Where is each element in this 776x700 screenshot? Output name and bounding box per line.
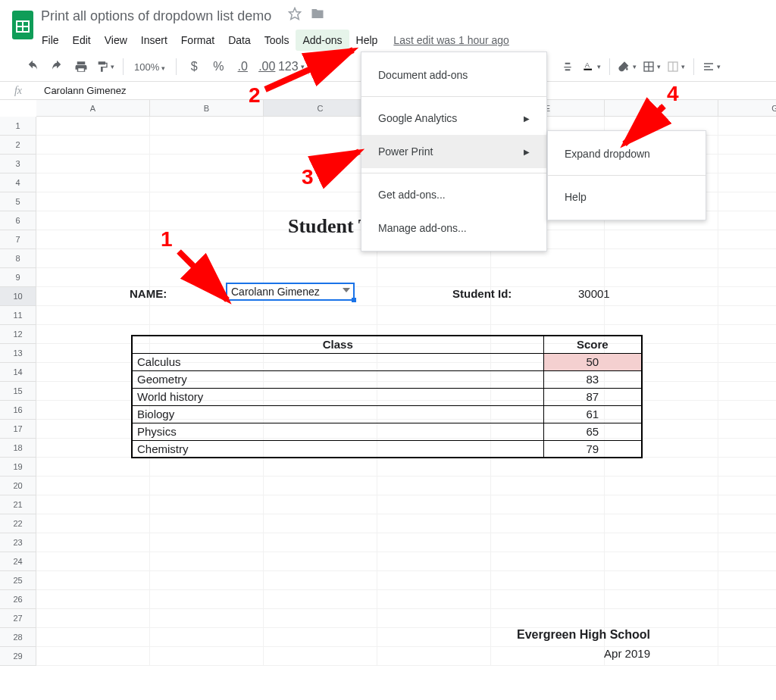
- menu-help[interactable]: Help: [349, 30, 385, 51]
- strikethrough-button[interactable]: [558, 57, 577, 77]
- redo-button[interactable]: [47, 57, 67, 77]
- addons-item-get-addons[interactable]: Get add-ons...: [361, 178, 546, 211]
- label: Manage add-ons...: [378, 222, 467, 234]
- undo-button[interactable]: [23, 57, 42, 77]
- addons-item-manage-addons[interactable]: Manage add-ons...: [361, 211, 546, 245]
- percent-format-button[interactable]: %: [208, 57, 228, 77]
- submenu-item-help[interactable]: Help: [548, 180, 706, 214]
- row-header[interactable]: 1: [0, 117, 36, 136]
- menu-format[interactable]: Format: [174, 30, 221, 51]
- column-header[interactable]: B: [150, 100, 264, 116]
- row-header[interactable]: 6: [0, 211, 36, 230]
- row-headers[interactable]: 1234567891011121314151617181920212223242…: [0, 117, 36, 666]
- column-header[interactable]: G: [718, 100, 776, 116]
- row-header[interactable]: 16: [0, 401, 36, 420]
- row-header[interactable]: 17: [0, 420, 36, 439]
- table-row: Chemistry79: [132, 440, 642, 458]
- row-header[interactable]: 7: [0, 230, 36, 249]
- increase-decimal-button[interactable]: .00: [257, 57, 277, 77]
- currency-format-button[interactable]: $: [184, 57, 204, 77]
- row-header[interactable]: 21: [0, 495, 36, 514]
- addons-item-power-print[interactable]: Power Print▶: [361, 135, 546, 168]
- table-cell-score: 79: [543, 440, 642, 458]
- last-edit-link[interactable]: Last edit was 1 hour ago: [393, 34, 509, 46]
- decrease-decimal-button[interactable]: .0: [233, 57, 252, 77]
- row-header[interactable]: 22: [0, 514, 36, 533]
- label: Get add-ons...: [378, 189, 446, 201]
- row-header[interactable]: 24: [0, 552, 36, 571]
- text-color-button[interactable]: A: [582, 57, 602, 77]
- row-header[interactable]: 10: [0, 287, 36, 306]
- table-cell-score: 50: [543, 353, 642, 370]
- row-header[interactable]: 11: [0, 306, 36, 325]
- fx-icon[interactable]: fx: [0, 85, 36, 97]
- paint-format-button[interactable]: [95, 57, 115, 77]
- annotation-number-3: 3: [302, 165, 314, 189]
- caret-right-icon: ▶: [524, 148, 530, 156]
- row-header[interactable]: 2: [0, 136, 36, 155]
- column-header[interactable]: A: [36, 100, 150, 116]
- row-header[interactable]: 26: [0, 590, 36, 609]
- addons-item-google-analytics[interactable]: Google Analytics▶: [361, 102, 546, 135]
- more-formats-button[interactable]: 123: [281, 57, 301, 77]
- table-row: Calculus50: [132, 353, 642, 370]
- row-header[interactable]: 5: [0, 192, 36, 211]
- student-id-value: 30001: [578, 287, 610, 300]
- table-cell-class: Calculus: [132, 353, 543, 370]
- menu-tools[interactable]: Tools: [258, 30, 296, 51]
- fill-color-button[interactable]: [618, 57, 637, 77]
- menu-edit[interactable]: Edit: [66, 30, 98, 51]
- horizontal-align-button[interactable]: [702, 57, 721, 77]
- column-header[interactable]: F: [605, 100, 718, 116]
- name-label: NAME:: [130, 287, 167, 300]
- table-cell-class: Geometry: [132, 370, 543, 388]
- zoom-select[interactable]: 100%: [131, 61, 168, 73]
- borders-button[interactable]: [642, 57, 662, 77]
- menu-bar: File Edit View Insert Format Data Tools …: [35, 30, 768, 51]
- row-header[interactable]: 28: [0, 628, 36, 647]
- sheets-logo-icon[interactable]: [8, 5, 38, 45]
- svg-marker-4: [289, 8, 300, 20]
- row-header[interactable]: 13: [0, 344, 36, 363]
- label: Power Print: [378, 145, 433, 158]
- name-dropdown-cell[interactable]: Carolann Gimenez: [226, 283, 355, 301]
- submenu-item-expand-dropdown[interactable]: Expand dropdown: [548, 137, 706, 170]
- row-header[interactable]: 8: [0, 249, 36, 268]
- table-cell-class: Chemistry: [132, 440, 543, 458]
- row-header[interactable]: 3: [0, 155, 36, 173]
- label: Google Analytics: [378, 112, 457, 124]
- row-header[interactable]: 29: [0, 647, 36, 666]
- menu-addons[interactable]: Add-ons: [296, 30, 349, 51]
- row-header[interactable]: 14: [0, 363, 36, 382]
- addons-item-document-addons[interactable]: Document add-ons: [361, 58, 546, 92]
- cell-fill-handle[interactable]: [352, 298, 356, 302]
- row-header[interactable]: 18: [0, 439, 36, 458]
- table-cell-score: 61: [543, 405, 642, 423]
- row-header[interactable]: 9: [0, 268, 36, 287]
- table-row: Biology61: [132, 405, 642, 423]
- label: Help: [565, 191, 587, 203]
- print-button[interactable]: [71, 57, 91, 77]
- name-dropdown-value: Carolann Gimenez: [231, 286, 320, 298]
- row-header[interactable]: 25: [0, 571, 36, 590]
- chevron-down-icon[interactable]: [343, 288, 350, 292]
- formula-input[interactable]: Carolann Gimenez: [36, 85, 126, 96]
- menu-insert[interactable]: Insert: [134, 30, 174, 51]
- table-row: Geometry83: [132, 370, 642, 388]
- row-header[interactable]: 27: [0, 609, 36, 628]
- menu-view[interactable]: View: [98, 30, 134, 51]
- app-header: Print all options of dropdown list demo …: [0, 0, 776, 51]
- menu-data[interactable]: Data: [221, 30, 258, 51]
- row-header[interactable]: 20: [0, 477, 36, 495]
- annotation-number-4: 4: [667, 82, 679, 106]
- menu-file[interactable]: File: [35, 30, 66, 51]
- row-header[interactable]: 4: [0, 173, 36, 192]
- row-header[interactable]: 12: [0, 325, 36, 344]
- folder-icon[interactable]: [311, 7, 324, 23]
- row-header[interactable]: 19: [0, 458, 36, 477]
- row-header[interactable]: 15: [0, 382, 36, 401]
- document-title[interactable]: Print all options of dropdown list demo: [38, 6, 274, 27]
- star-icon[interactable]: [288, 7, 302, 23]
- row-header[interactable]: 23: [0, 533, 36, 552]
- merge-cells-button[interactable]: [666, 57, 686, 77]
